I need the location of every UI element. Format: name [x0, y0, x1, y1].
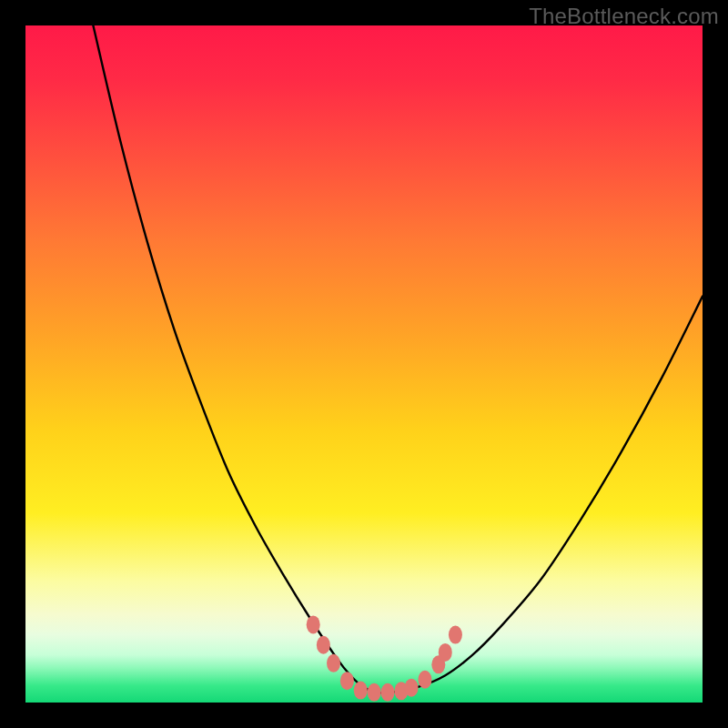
curve-marker [449, 626, 462, 644]
chart-svg [25, 25, 703, 703]
curve-marker [405, 679, 419, 697]
curve-marker [439, 643, 452, 662]
curve-marker [368, 683, 381, 702]
curve-marker [381, 683, 395, 702]
curve-marker [340, 672, 354, 690]
watermark-text: TheBottleneck.com [529, 4, 719, 29]
bottleneck-curve [93, 25, 703, 693]
plot-area [25, 25, 703, 703]
curve-marker [307, 615, 320, 633]
outer-frame: TheBottleneck.com [0, 0, 728, 728]
curve-marker [418, 671, 431, 689]
curve-marker [354, 682, 368, 700]
curve-marker [317, 636, 330, 654]
curve-marker [327, 654, 340, 672]
curve-markers [307, 615, 462, 701]
